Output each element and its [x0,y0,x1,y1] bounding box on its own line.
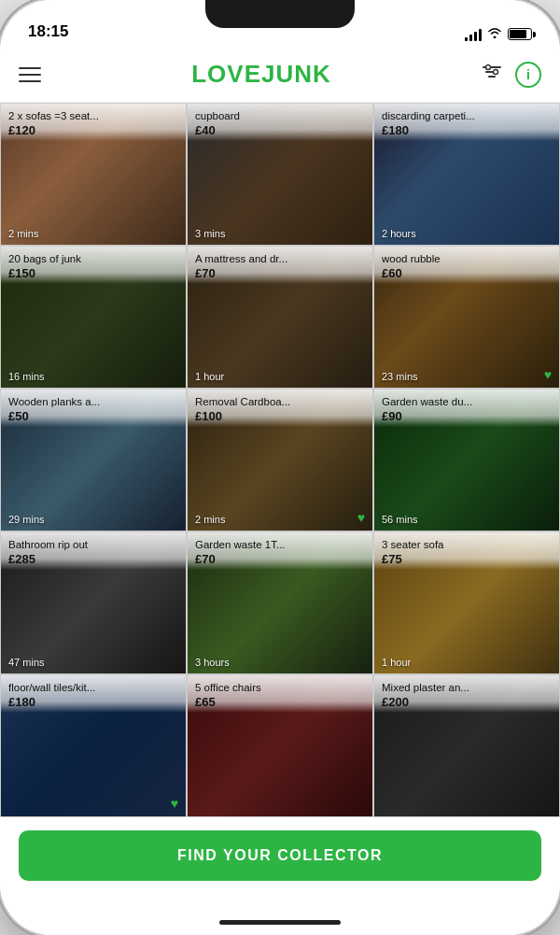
listing-time: 1 hour [195,371,224,382]
listing-title: Removal Cardboa... [195,395,365,409]
listing-title: A mattress and dr... [195,252,365,266]
listing-title: Garden waste 1T... [195,538,365,552]
listing-title: 20 bags of junk [8,252,178,266]
listing-item[interactable]: Garden waste 1T...£703 hours [187,531,373,674]
listing-item[interactable]: 20 bags of junk£15016 mins [0,246,187,389]
listing-info: A mattress and dr...£70 [188,247,372,284]
listing-info: cupboard£40 [188,104,372,141]
listing-price: £285 [8,552,178,566]
listing-price: £70 [195,266,365,280]
listing-time: 23 mins [382,371,418,382]
home-indicator [0,909,560,935]
listing-info: Bathroom rip out£285 [1,532,186,570]
listing-price: £180 [382,123,552,137]
app-logo: LOVEJUNK [191,60,331,89]
listing-time: 2 hours [382,228,416,239]
listing-price: £60 [382,266,552,280]
listing-price: £70 [195,552,365,566]
listing-time: 56 mins [382,514,418,525]
battery-icon [508,28,532,40]
listing-time: 3 hours [195,657,230,668]
listing-price: £100 [195,409,365,423]
listing-item[interactable]: 5 office chairs£65 [187,674,373,817]
listing-title: Mixed plaster an... [382,681,552,695]
listing-item[interactable]: 3 seater sofa£751 hour [373,531,560,674]
bottom-cta-area: FIND YOUR COLLECTOR [0,817,560,909]
listing-title: Bathroom rip out [8,538,178,552]
status-icons [465,27,532,41]
listing-item[interactable]: wood rubble£6023 mins♥ [373,246,560,389]
favorite-icon[interactable]: ♥ [357,510,365,525]
listing-info: 2 x sofas =3 seat...£120 [1,104,186,141]
listing-price: £40 [195,123,365,137]
listing-title: wood rubble [382,252,552,266]
listing-price: £50 [8,409,178,423]
phone-screen: 18:15 [0,0,560,935]
header: LOVEJUNK i [0,47,560,103]
listing-item[interactable]: discarding carpeti...£1802 hours [373,103,560,246]
listing-title: 3 seater sofa [382,538,552,552]
listing-item[interactable]: Removal Cardboa...£1002 mins♥ [187,389,373,531]
wifi-icon [487,27,502,41]
listing-info: 3 seater sofa£75 [374,532,559,570]
listing-info: 20 bags of junk£150 [1,247,186,284]
listing-info: Wooden planks a...£50 [1,390,186,427]
home-indicator-bar [219,920,341,925]
filter-icon[interactable] [482,64,502,85]
listing-item[interactable]: Bathroom rip out£28547 mins [0,531,187,674]
listing-title: floor/wall tiles/kit... [8,681,178,695]
listing-info: 5 office chairs£65 [188,675,372,713]
listing-item[interactable]: 2 x sofas =3 seat...£1202 mins [0,103,187,246]
listing-title: 5 office chairs [195,681,365,695]
listing-item[interactable]: Mixed plaster an...£200 [373,674,560,817]
status-bar: 18:15 [0,0,560,47]
listing-price: £90 [382,409,552,423]
listing-info: discarding carpeti...£180 [374,104,559,141]
listing-info: Garden waste du...£90 [374,390,559,427]
listing-info: Mixed plaster an...£200 [374,675,559,713]
listings-grid: 2 x sofas =3 seat...£1202 minscupboard£4… [0,103,560,817]
signal-icon [465,28,482,41]
svg-point-4 [493,70,497,75]
listing-time: 2 mins [8,228,38,239]
listing-price: £120 [8,123,178,137]
listing-time: 47 mins [8,657,45,668]
listing-time: 16 mins [8,371,45,382]
phone-frame: 18:15 [0,0,560,935]
listing-title: Wooden planks a... [8,395,178,409]
listing-title: Garden waste du... [382,395,552,409]
listing-item[interactable]: Garden waste du...£9056 mins [373,389,560,531]
info-button[interactable]: i [515,62,541,88]
listing-item[interactable]: Wooden planks a...£5029 mins [0,389,187,531]
listing-title: 2 x sofas =3 seat... [8,109,178,123]
listing-info: Garden waste 1T...£70 [188,532,372,570]
listing-title: discarding carpeti... [382,109,552,123]
favorite-icon[interactable]: ♥ [171,796,178,811]
listing-price: £180 [8,695,178,709]
listing-price: £75 [382,552,552,566]
listing-time: 29 mins [8,514,45,525]
menu-button[interactable] [19,67,41,82]
listing-price: £200 [382,695,552,709]
header-actions: i [482,62,541,88]
find-collector-button[interactable]: FIND YOUR COLLECTOR [19,830,541,881]
listing-time: 2 mins [195,514,225,525]
listing-info: floor/wall tiles/kit...£180 [1,675,186,713]
listing-item[interactable]: cupboard£403 mins [187,103,373,246]
listing-time: 3 mins [195,228,225,239]
listing-item[interactable]: floor/wall tiles/kit...£180♥ [0,674,187,817]
listing-info: Removal Cardboa...£100 [188,390,372,427]
listing-title: cupboard [195,109,365,123]
listing-time: 1 hour [382,657,411,668]
status-time: 18:15 [28,22,68,41]
listing-price: £65 [195,695,365,709]
svg-point-3 [485,65,490,70]
listing-item[interactable]: A mattress and dr...£701 hour [187,246,373,389]
listing-price: £150 [8,266,178,280]
listing-info: wood rubble£60 [374,247,559,284]
favorite-icon[interactable]: ♥ [544,367,552,382]
